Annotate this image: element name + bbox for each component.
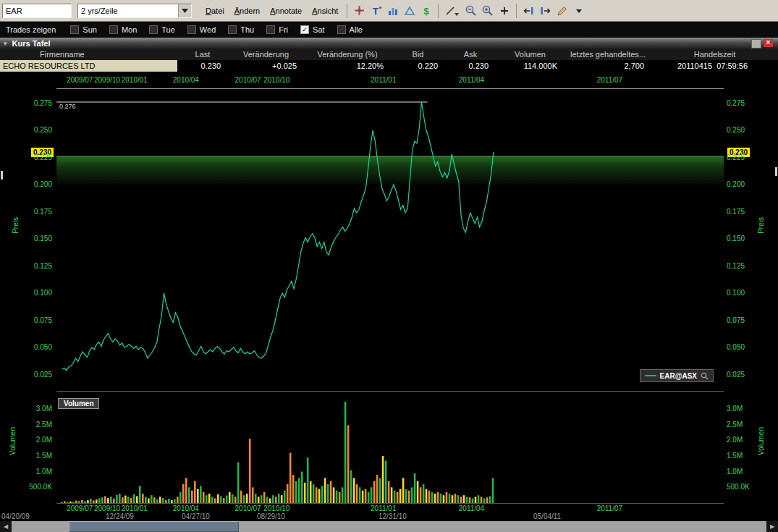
horizontal-scrollbar[interactable]: ◀ ▶ bbox=[0, 521, 778, 532]
day-checkbox-thu[interactable]: Thu bbox=[228, 25, 254, 34]
svg-text:T: T bbox=[373, 6, 379, 17]
panel-title: Kurs Tafel bbox=[12, 39, 51, 48]
triangle-tool-icon[interactable] bbox=[402, 3, 417, 18]
pan-left-icon[interactable] bbox=[521, 3, 536, 18]
day-checkbox-alle[interactable]: Alle bbox=[337, 25, 363, 34]
x-axis-label-bottom: 2010/10 bbox=[255, 504, 298, 512]
volume-tick-label-left: 1.0M bbox=[22, 468, 52, 476]
company-name-cell: ECHO RESOURCES LTD bbox=[0, 60, 177, 72]
column-header-8: Handelszeit bbox=[651, 50, 778, 59]
zoom-out-icon[interactable] bbox=[463, 3, 478, 18]
quote-table-header: FirmennameLastVeränderungVeränderung (%)… bbox=[0, 48, 778, 60]
volume-tick-label-left: 2.0M bbox=[22, 436, 52, 444]
zoom-in-icon[interactable] bbox=[480, 3, 495, 18]
x-axis-label-top: 2011/01 bbox=[362, 76, 405, 84]
day-label: Alle bbox=[350, 25, 363, 34]
volume-bars-plot bbox=[56, 397, 724, 506]
price-tick-label-left: 0.200 bbox=[26, 180, 52, 188]
column-header-4: Bid bbox=[391, 50, 445, 59]
day-checkbox-wed[interactable]: Wed bbox=[187, 25, 216, 34]
collapse-icon[interactable]: ▾ bbox=[4, 40, 7, 47]
timeframe-select[interactable]: 2 yrs/Zeile bbox=[77, 4, 192, 18]
text-tool-icon[interactable]: T bbox=[368, 3, 384, 18]
more-tools-icon[interactable] bbox=[571, 3, 586, 18]
scroll-right-button[interactable]: ▶ bbox=[766, 521, 778, 532]
menu-bar: DateiÄndernAnnotateAnsicht bbox=[200, 4, 343, 17]
volume-tick-label-left: 3.0M bbox=[22, 405, 52, 413]
column-header-3: Veränderung (%) bbox=[304, 50, 391, 59]
add-icon[interactable] bbox=[496, 3, 512, 18]
scroll-range-label: 04/27/10 bbox=[182, 512, 210, 520]
price-tick-label-right: 0.175 bbox=[727, 208, 756, 216]
volume-chart[interactable]: Volumen bbox=[56, 397, 724, 503]
application-window: 2 yrs/Zeile DateiÄndernAnnotateAnsicht T… bbox=[0, 0, 778, 532]
pan-right-icon[interactable] bbox=[538, 3, 553, 18]
menu-item-1[interactable]: Ändern bbox=[229, 4, 265, 17]
menu-item-3[interactable]: Ansicht bbox=[307, 4, 343, 17]
x-axis-label-bottom: 2011/01 bbox=[362, 504, 405, 512]
price-tick-label-left: 0.050 bbox=[26, 343, 52, 351]
price-tick-label-left: 0.150 bbox=[26, 235, 52, 242]
price-tick-label-left: 0.175 bbox=[26, 208, 52, 216]
scroll-left-button[interactable]: ◀ bbox=[0, 521, 12, 532]
price-tick-label-right: 0.050 bbox=[727, 343, 756, 351]
trades-filter-bar: Trades zeigen SunMonTueWedThuFri✓SatAlle bbox=[0, 22, 778, 38]
quote-table-row[interactable]: ECHO RESOURCES LTD0.230+0.02512.20%0.220… bbox=[0, 60, 778, 72]
volume-tick-label-right: 500.0K bbox=[727, 483, 758, 491]
day-checkbox-group: SunMonTueWedThuFri✓SatAlle bbox=[70, 25, 375, 34]
price-tick-label-left: 0.025 bbox=[26, 371, 52, 379]
column-header-1: Last bbox=[177, 50, 228, 59]
menu-item-2[interactable]: Annotate bbox=[265, 4, 307, 17]
price-tick-label-left: 0.100 bbox=[26, 289, 52, 297]
checkbox-icon bbox=[337, 25, 346, 34]
x-axis-label-bottom: 2011/04 bbox=[449, 504, 493, 512]
price-tick-label-left: 0.125 bbox=[26, 262, 52, 270]
checkbox-icon bbox=[70, 25, 79, 34]
right-splitter-handle[interactable] bbox=[775, 167, 777, 176]
day-checkbox-tue[interactable]: Tue bbox=[149, 25, 175, 34]
x-axis-label-top: 2010/04 bbox=[164, 76, 208, 84]
brush-tool-icon[interactable] bbox=[554, 3, 570, 18]
price-tick-label-right: 0.150 bbox=[727, 235, 756, 242]
price-tick-label-right: 0.125 bbox=[727, 262, 756, 270]
day-checkbox-mon[interactable]: Mon bbox=[109, 25, 137, 34]
legend-symbol: EAR@ASX bbox=[660, 372, 697, 380]
chart-legend[interactable]: EAR@ASX bbox=[640, 369, 714, 382]
day-label: Mon bbox=[122, 25, 137, 34]
day-label: Thu bbox=[240, 25, 254, 34]
quote-cell-3: 12.20% bbox=[304, 62, 391, 70]
close-icon[interactable]: × bbox=[764, 39, 773, 47]
scroll-range-label: 08/29/10 bbox=[257, 512, 285, 520]
column-header-6: Volumen bbox=[496, 50, 565, 59]
volume-tick-label-right: 1.5M bbox=[727, 452, 758, 460]
quote-cell-6: 114.000K bbox=[496, 62, 565, 70]
quote-cell-7: 2,700 bbox=[565, 62, 651, 70]
price-chart[interactable]: 0.276 EAR@ASX bbox=[56, 89, 724, 391]
x-axis-label-top: 2011/07 bbox=[588, 76, 631, 84]
price-axis-title-right: Preis bbox=[757, 217, 765, 234]
line-draw-tool-icon[interactable] bbox=[443, 3, 462, 18]
high-price-label: 0.276 bbox=[59, 103, 76, 110]
price-series-plot bbox=[56, 89, 724, 394]
legend-line-sample bbox=[645, 374, 656, 377]
quote-cell-2: +0.025 bbox=[228, 62, 304, 70]
bar-chart-tool-icon[interactable] bbox=[385, 3, 400, 18]
price-tick-label-right: 0.250 bbox=[727, 126, 756, 134]
x-axis-label-top: 2010/10 bbox=[255, 76, 298, 84]
menu-item-0[interactable]: Datei bbox=[200, 4, 229, 17]
left-splitter-handle[interactable] bbox=[1, 171, 3, 180]
symbol-input[interactable] bbox=[2, 4, 72, 18]
day-checkbox-sat[interactable]: ✓Sat bbox=[300, 25, 325, 34]
checkbox-icon bbox=[109, 25, 118, 34]
scrollbar-thumb[interactable] bbox=[69, 521, 239, 532]
volume-tick-label-right: 3.0M bbox=[727, 405, 758, 413]
crosshair-tool-icon[interactable] bbox=[352, 3, 367, 18]
day-checkbox-sun[interactable]: Sun bbox=[70, 25, 97, 34]
column-header-7: letztes gehandeltes... bbox=[565, 50, 651, 59]
volume-tick-label-left: 500.0K bbox=[22, 483, 52, 491]
day-checkbox-fri[interactable]: Fri bbox=[266, 25, 288, 34]
panel-options-button[interactable] bbox=[751, 39, 761, 48]
main-toolbar: 2 yrs/Zeile DateiÄndernAnnotateAnsicht T… bbox=[0, 0, 778, 22]
dollar-tool-icon[interactable]: $ bbox=[418, 3, 434, 18]
scroll-range-label: 05/04/11 bbox=[533, 512, 561, 520]
